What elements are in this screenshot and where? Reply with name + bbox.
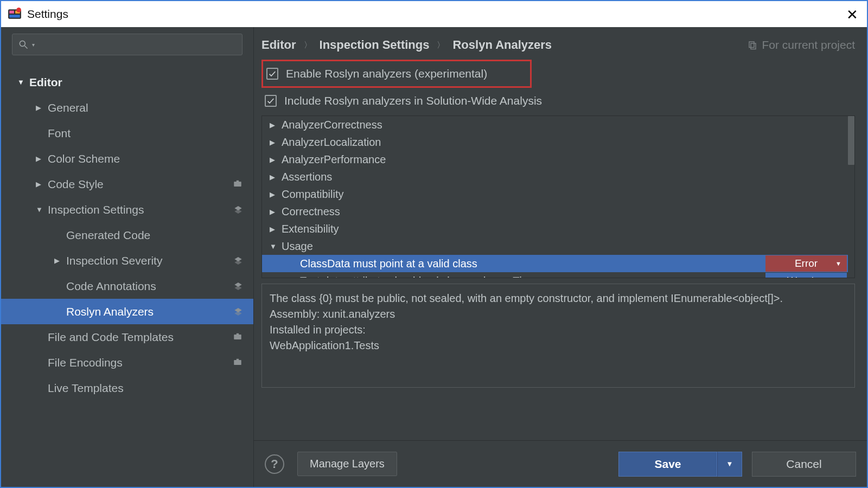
save-button[interactable]: Save xyxy=(618,452,717,477)
analyzer-label: Usage xyxy=(282,240,313,253)
analyzer-label: AnalyzerLocalization xyxy=(282,136,381,149)
scrollbar-thumb[interactable] xyxy=(848,116,854,165)
svg-point-4 xyxy=(16,8,21,12)
analyzer-row[interactable]: ▶Correctness xyxy=(262,203,854,220)
tree-arrow-icon: ▶ xyxy=(270,156,282,164)
sidebar-item[interactable]: ▶Color Scheme xyxy=(1,146,253,171)
sidebar-item-label: File and Code Templates xyxy=(48,331,233,344)
sidebar-item[interactable]: File and Code Templates xyxy=(1,324,253,350)
window-title: Settings xyxy=(27,8,68,21)
breadcrumb-editor[interactable]: Editor xyxy=(261,38,296,52)
tree-arrow-icon: ▶ xyxy=(36,155,48,163)
analyzer-label: AnalyzerPerformance xyxy=(282,153,386,166)
sidebar-item-label: Live Templates xyxy=(48,382,242,395)
sidebar-item[interactable]: File Encodings xyxy=(1,350,253,375)
analyzer-label: Correctness xyxy=(282,206,340,218)
analyzer-label: ClassData must point at a valid class xyxy=(300,258,477,270)
help-button[interactable]: ? xyxy=(265,454,284,474)
analyzer-row[interactable]: ▶Compatibility xyxy=(262,185,854,203)
sidebar-item[interactable]: Live Templates xyxy=(1,375,253,401)
sidebar-item[interactable]: ▼Editor xyxy=(1,69,253,95)
sidebar-item-label: Generated Code xyxy=(66,229,242,242)
sidebar-item-label: Code Annotations xyxy=(66,280,234,293)
titlebar: Settings ✕ xyxy=(1,1,867,27)
search-input[interactable]: ▾ xyxy=(12,34,242,55)
analyzer-row[interactable]: Test data attribute should only be used … xyxy=(262,272,854,278)
save-dropdown-button[interactable]: ▼ xyxy=(717,452,742,477)
sidebar-item-label: Inspection Settings xyxy=(48,203,234,216)
sidebar-item-label: Roslyn Analyzers xyxy=(66,305,234,318)
enable-roslyn-checkbox[interactable]: Enable Roslyn analyzers (experimental) xyxy=(261,60,532,88)
sidebar-item-label: Color Scheme xyxy=(48,152,242,165)
svg-point-5 xyxy=(20,41,25,46)
analyzer-row[interactable]: ▶AnalyzerPerformance xyxy=(262,151,854,168)
sidebar-item[interactable]: ▶General xyxy=(1,95,253,120)
inspection-description: The class {0} must be public, not sealed… xyxy=(261,284,855,388)
sidebar-item[interactable]: Font xyxy=(1,120,253,146)
svg-rect-1 xyxy=(9,11,14,14)
analyzer-label: Test data attribute should only be used … xyxy=(300,275,546,279)
analyzer-row[interactable]: ▼Usage xyxy=(262,237,854,255)
analyzer-label: Assertions xyxy=(282,171,332,183)
svg-rect-22 xyxy=(751,43,756,49)
svg-rect-18 xyxy=(237,333,239,334)
breadcrumb-inspection-settings[interactable]: Inspection Settings xyxy=(320,38,430,52)
include-swa-label: Include Roslyn analyzers in Solution-Wid… xyxy=(284,94,542,107)
tree-arrow-icon: ▶ xyxy=(270,121,282,129)
analyzer-label: AnalyzerCorrectness xyxy=(282,119,382,131)
analyzer-row[interactable]: ▶Extensibility xyxy=(262,220,854,237)
severity-dropdown[interactable]: Error▼ xyxy=(765,255,847,272)
svg-rect-19 xyxy=(234,360,241,365)
tree-arrow-icon: ▶ xyxy=(270,173,282,181)
sidebar-item[interactable]: ▼Inspection Settings xyxy=(1,197,253,222)
svg-rect-8 xyxy=(237,180,239,181)
svg-rect-20 xyxy=(237,358,239,359)
tree-arrow-icon: ▼ xyxy=(17,78,29,86)
checkbox-checked-icon xyxy=(265,95,277,107)
analyzer-row[interactable]: ▶AnalyzerLocalization xyxy=(262,133,854,151)
analyzer-row[interactable]: ClassData must point at a valid classErr… xyxy=(262,255,854,272)
tree-arrow-icon: ▶ xyxy=(270,138,282,146)
sidebar-item-label: Code Style xyxy=(48,178,233,191)
sidebar-item[interactable]: Roslyn Analyzers xyxy=(1,299,253,324)
include-swa-checkbox[interactable]: Include Roslyn analyzers in Solution-Wid… xyxy=(261,89,855,112)
enable-roslyn-label: Enable Roslyn analyzers (experimental) xyxy=(286,67,487,80)
sidebar-item-label: Editor xyxy=(29,76,242,89)
tree-arrow-icon: ▶ xyxy=(270,208,282,216)
chevron-right-icon: 〉 xyxy=(304,40,312,50)
manage-layers-button[interactable]: Manage Layers xyxy=(297,452,397,476)
sidebar-item[interactable]: Code Annotations xyxy=(1,273,253,299)
close-icon[interactable]: ✕ xyxy=(843,5,861,24)
analyzer-row[interactable]: ▶AnalyzerCorrectness xyxy=(262,116,854,133)
tree-arrow-icon: ▶ xyxy=(270,225,282,233)
tree-arrow-icon: ▼ xyxy=(36,206,48,214)
analyzer-row[interactable]: ▶Assertions xyxy=(262,168,854,185)
copy-icon xyxy=(748,40,757,50)
tree-arrow-icon: ▶ xyxy=(270,190,282,198)
layers-icon xyxy=(234,254,242,267)
breadcrumb-roslyn-analyzers: Roslyn Analyzers xyxy=(452,38,552,52)
checkbox-checked-icon xyxy=(266,68,278,80)
cancel-button[interactable]: Cancel xyxy=(752,452,856,477)
briefcase-icon xyxy=(233,178,242,191)
sidebar-item[interactable]: ▶Inspection Severity xyxy=(1,248,253,273)
sidebar-item[interactable]: Generated Code xyxy=(1,222,253,248)
svg-marker-10 xyxy=(234,209,241,214)
sidebar-item-label: File Encodings xyxy=(48,356,233,369)
svg-rect-17 xyxy=(234,335,241,339)
chevron-down-icon: ▾ xyxy=(32,42,35,48)
briefcase-icon xyxy=(233,331,242,344)
svg-rect-7 xyxy=(234,182,241,187)
bottom-bar: ? Manage Layers Save ▼ Cancel xyxy=(254,440,867,487)
layers-icon xyxy=(234,203,242,216)
layers-icon xyxy=(234,280,242,293)
tree-arrow-icon: ▶ xyxy=(36,180,48,188)
severity-dropdown[interactable]: Warning▼ xyxy=(765,273,847,278)
tree-arrow-icon: ▶ xyxy=(54,256,66,265)
sidebar-item-label: General xyxy=(48,101,242,114)
analyzer-tree: ▶AnalyzerCorrectness▶AnalyzerLocalizatio… xyxy=(261,115,855,278)
sidebar-item-label: Font xyxy=(48,127,242,140)
svg-rect-3 xyxy=(9,15,20,17)
tree-arrow-icon: ▶ xyxy=(36,104,48,112)
sidebar-item[interactable]: ▶Code Style xyxy=(1,171,253,197)
